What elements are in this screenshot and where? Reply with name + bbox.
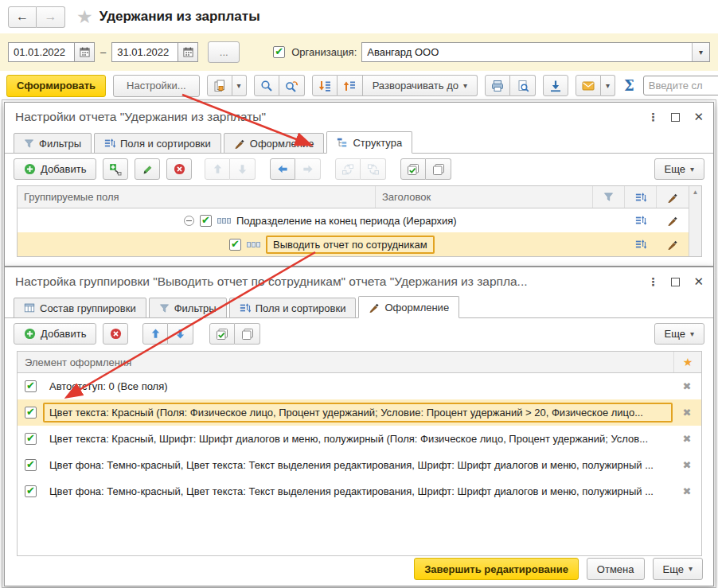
uncheck-all-icon[interactable]: [235, 323, 260, 345]
report-variants-dropdown[interactable]: ▾: [232, 75, 247, 96]
save-icon[interactable]: [543, 75, 568, 96]
column-filter-icon[interactable]: [593, 186, 625, 208]
search-next-icon[interactable]: [279, 75, 305, 96]
search-icon[interactable]: [254, 75, 279, 96]
column-appearance-icon[interactable]: [657, 186, 689, 208]
expand-all-icon[interactable]: [312, 75, 338, 96]
more-dates-button[interactable]: ...: [208, 41, 240, 63]
column-grouped-fields[interactable]: Группируемые поля: [18, 186, 376, 208]
remove-icon[interactable]: ✖: [673, 433, 701, 445]
row-appearance-icon[interactable]: [657, 215, 689, 226]
cancel-button[interactable]: Отмена: [587, 558, 645, 580]
settings-button[interactable]: Настройки...: [113, 75, 200, 97]
mail-icon[interactable]: [576, 75, 601, 96]
tab-fields-sorting[interactable]: Поля и сортировки: [94, 133, 221, 154]
remove-icon[interactable]: ✖: [673, 485, 701, 497]
close-icon[interactable]: ✕: [693, 110, 704, 124]
check-all-icon[interactable]: [209, 323, 235, 345]
delete-icon[interactable]: [103, 323, 128, 345]
row-sort-icon[interactable]: [625, 239, 657, 250]
quick-search-input[interactable]: [643, 76, 718, 95]
list-item[interactable]: ✔ Цвет фона: Темно-красный, Цвет текста:…: [18, 478, 701, 504]
column-sort-icon[interactable]: [625, 186, 657, 208]
row-appearance-icon[interactable]: [657, 239, 689, 250]
calendar-icon[interactable]: [75, 42, 95, 62]
edit-pencil-icon[interactable]: [135, 158, 160, 180]
row-checkbox[interactable]: ✔: [25, 407, 37, 419]
list-item-selected[interactable]: ✔ Цвет текста: Красный (Поля: Физическое…: [18, 399, 701, 426]
remove-icon[interactable]: ✖: [673, 459, 701, 471]
favorite-star-icon[interactable]: ★: [76, 8, 93, 26]
scrollbar[interactable]: ▲: [689, 186, 701, 256]
list-item[interactable]: ✔ Цвет текста: Красный, Шрифт: Шрифт диа…: [18, 426, 701, 452]
check-icon: ✔: [275, 46, 283, 56]
date-from-input[interactable]: [8, 42, 75, 62]
uncheck-all-icon[interactable]: [426, 158, 451, 180]
table-row-selected[interactable]: ✔ Выводить отчет по сотрудникам: [18, 232, 701, 256]
row-checkbox[interactable]: ✔: [25, 459, 37, 471]
row-checkbox[interactable]: ✔: [25, 380, 37, 392]
column-appearance-element[interactable]: Элемент оформления: [18, 356, 673, 368]
more-button[interactable]: Еще▾: [653, 558, 703, 580]
back-button[interactable]: ←: [8, 6, 37, 28]
date-to-input[interactable]: [111, 42, 178, 62]
mail-dropdown[interactable]: ▾: [601, 75, 615, 96]
print-preview-icon[interactable]: [510, 75, 536, 96]
finish-editing-button[interactable]: Завершить редактирование: [414, 558, 579, 580]
tab-grouping-content[interactable]: Состав группировки: [14, 298, 146, 318]
move-down-icon[interactable]: [230, 158, 256, 180]
list-item[interactable]: ✔ Автоотступ: 0 (Все поля) ✖: [18, 373, 701, 399]
generate-button[interactable]: Сформировать: [6, 75, 106, 97]
tab-appearance[interactable]: Оформление: [358, 296, 459, 318]
organization-checkbox[interactable]: ✔: [273, 46, 285, 58]
list-item[interactable]: ✔ Цвет фона: Темно-красный, Цвет текста:…: [18, 452, 701, 478]
tab-filters[interactable]: Фильтры: [14, 133, 92, 154]
more-button[interactable]: Еще▾: [654, 158, 704, 180]
row-checkbox[interactable]: ✔: [25, 433, 37, 445]
print-icon[interactable]: [485, 75, 510, 96]
move-left-icon[interactable]: [270, 158, 295, 180]
maximize-icon[interactable]: [671, 278, 680, 286]
organization-combobox[interactable]: ▾: [361, 42, 710, 62]
swap-up-icon[interactable]: [335, 158, 361, 180]
tab-fields-sorting[interactable]: Поля и сортировки: [229, 298, 357, 318]
report-variants-icon[interactable]: [207, 75, 232, 96]
list-header: Элемент оформления ★: [18, 352, 701, 373]
move-down-icon[interactable]: [168, 323, 193, 345]
add-button[interactable]: Добавить: [14, 323, 96, 345]
tab-appearance[interactable]: Оформление: [224, 133, 325, 154]
organization-input[interactable]: [361, 42, 710, 62]
remove-icon[interactable]: ✖: [673, 380, 701, 392]
calendar-icon[interactable]: [178, 42, 198, 62]
row-checkbox[interactable]: ✔: [200, 215, 212, 227]
more-button[interactable]: Еще▾: [654, 323, 704, 345]
remove-icon[interactable]: ✖: [673, 407, 701, 419]
usage-star-icon[interactable]: ★: [673, 352, 701, 372]
move-up-icon[interactable]: [205, 158, 230, 180]
forward-button[interactable]: →: [37, 6, 65, 28]
sum-icon[interactable]: Σ: [624, 77, 634, 94]
row-sort-icon[interactable]: [625, 215, 657, 226]
check-all-icon[interactable]: [400, 158, 426, 180]
add-nested-group-icon[interactable]: [103, 158, 128, 180]
move-right-icon[interactable]: [295, 158, 321, 180]
column-header[interactable]: Заголовок: [376, 186, 593, 208]
appearance-item-text: Цвет фона: Темно-красный, Цвет текста: Т…: [49, 459, 654, 471]
delete-icon[interactable]: [166, 158, 192, 180]
close-icon[interactable]: ✕: [693, 275, 704, 289]
swap-down-icon[interactable]: [361, 158, 386, 180]
add-button[interactable]: Добавить: [14, 158, 96, 180]
row-checkbox[interactable]: ✔: [25, 485, 37, 497]
collapse-all-icon[interactable]: [338, 75, 363, 96]
kebab-menu-icon[interactable]: ⋮: [647, 275, 658, 288]
maximize-icon[interactable]: [671, 113, 680, 122]
table-row[interactable]: ✔ Подразделение на конец периода (Иерарх…: [18, 208, 701, 232]
row-checkbox[interactable]: ✔: [229, 239, 241, 251]
kebab-menu-icon[interactable]: ⋮: [647, 111, 658, 123]
move-up-icon[interactable]: [142, 323, 168, 345]
collapse-expander-icon[interactable]: [184, 216, 194, 226]
expand-to-button[interactable]: Разворачивать до ▾: [363, 75, 478, 96]
tab-structure[interactable]: Структура: [326, 131, 412, 154]
tab-filters[interactable]: Фильтры: [149, 298, 227, 318]
chevron-down-icon[interactable]: ▾: [692, 43, 709, 61]
